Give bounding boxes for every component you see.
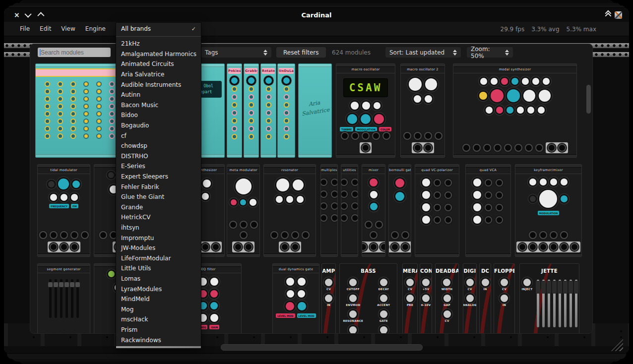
- brand-option[interactable]: MindMeld: [116, 294, 201, 304]
- brand-option[interactable]: chowdsp: [116, 141, 201, 151]
- brand-option[interactable]: Bidoo: [116, 110, 201, 121]
- knob[interactable]: [506, 107, 513, 114]
- knob[interactable]: [491, 78, 498, 85]
- knob[interactable]: [425, 78, 437, 90]
- zoom-select[interactable]: Zoom: 50%: [467, 47, 513, 58]
- knob[interactable]: [501, 295, 508, 302]
- module-card-dc[interactable]: DCIN: [479, 263, 491, 334]
- brand-option[interactable]: HetrickCV: [116, 212, 201, 223]
- knob[interactable]: [380, 326, 387, 334]
- knob[interactable]: [443, 279, 450, 286]
- brand-option[interactable]: Mog: [116, 304, 201, 314]
- knob[interactable]: [370, 203, 378, 210]
- slider[interactable]: [49, 279, 52, 318]
- knob[interactable]: [532, 78, 539, 85]
- module-card-macro-oscillator[interactable]: macro oscillatorCSAWTIMBREMODULATIONCOLO…: [336, 63, 395, 158]
- knob[interactable]: [486, 107, 493, 114]
- knob[interactable]: [517, 107, 524, 114]
- slider[interactable]: [575, 280, 577, 327]
- knob[interactable]: [527, 107, 534, 114]
- knob[interactable]: [529, 179, 536, 185]
- slider[interactable]: [570, 280, 572, 327]
- slider[interactable]: [76, 279, 79, 318]
- knob[interactable]: [286, 302, 294, 310]
- brand-option[interactable]: Glue the Giant: [116, 192, 201, 202]
- knob[interactable]: [473, 191, 481, 199]
- knob[interactable]: [480, 78, 487, 85]
- brand-option[interactable]: 21kHz: [116, 39, 201, 49]
- knob[interactable]: [374, 102, 380, 109]
- knob[interactable]: [347, 114, 357, 124]
- knob[interactable]: [374, 114, 384, 124]
- slider[interactable]: [559, 280, 561, 327]
- knob[interactable]: [202, 193, 209, 200]
- module-card-tidal-modulator[interactable]: tidal modulatorFREQUENCYFM: [37, 164, 90, 257]
- knob[interactable]: [422, 179, 430, 186]
- brand-option[interactable]: Aria Salvatrice: [116, 69, 201, 80]
- module-card-modal-synthesizer[interactable]: modal synthesizer: [453, 63, 577, 158]
- knob[interactable]: [50, 194, 57, 201]
- brand-option[interactable]: JW-Modules: [116, 243, 201, 253]
- module-card-bass[interactable]: BASSCUTOFFDECAYENVMODACCENTRESONANCEGATE…: [339, 263, 397, 334]
- knob[interactable]: [422, 203, 430, 211]
- brand-option[interactable]: Animated Circuits: [116, 59, 201, 69]
- module-card-mixer[interactable]: mixer: [362, 164, 385, 257]
- knob[interactable]: [108, 172, 114, 178]
- brand-option[interactable]: Little Utils: [116, 263, 201, 274]
- knob[interactable]: [210, 314, 218, 322]
- slider[interactable]: [537, 280, 539, 327]
- knob[interactable]: [370, 179, 378, 186]
- module-card-flopper[interactable]: FLOPPERCVIN: [494, 263, 515, 334]
- knob[interactable]: [550, 179, 557, 185]
- module-card-bernoulli-gate[interactable]: bernoulli gate: [388, 164, 411, 257]
- knob[interactable]: [395, 179, 404, 187]
- module-card-segment-generator[interactable]: segment generator: [37, 263, 90, 334]
- reset-filters-button[interactable]: Reset filters: [276, 47, 326, 58]
- module-card-undular[interactable]: UnDuLaR: [277, 63, 295, 158]
- menu-item-edit[interactable]: Edit: [35, 25, 56, 32]
- module-card-quad-vc-polarizer[interactable]: quad VC-polarizer: [415, 164, 459, 257]
- knob[interactable]: [71, 194, 78, 201]
- knob[interactable]: [325, 295, 332, 302]
- knob[interactable]: [210, 290, 218, 298]
- brand-option[interactable]: DISTRHO: [116, 151, 201, 162]
- brand-option[interactable]: Fehler Fabrik: [116, 182, 201, 192]
- slider[interactable]: [553, 280, 556, 327]
- knob[interactable]: [380, 295, 387, 302]
- brand-option[interactable]: LifeFormModular: [116, 253, 201, 263]
- module-card-conv[interactable]: CONV+5V0-10V: [420, 263, 432, 334]
- knob[interactable]: [362, 102, 370, 110]
- module-card-digi[interactable]: DIGICVANALOG: [463, 263, 477, 334]
- knob[interactable]: [523, 90, 535, 102]
- knob[interactable]: [286, 196, 293, 203]
- slider[interactable]: [71, 279, 73, 318]
- knob[interactable]: [530, 196, 536, 202]
- knob[interactable]: [511, 78, 518, 85]
- knob[interactable]: [48, 181, 55, 187]
- slider[interactable]: [60, 279, 63, 318]
- knob[interactable]: [349, 295, 357, 302]
- slider[interactable]: [548, 280, 550, 327]
- module-card-deadband[interactable]: DEADBANDWIDTHGAPCV: [435, 263, 459, 334]
- brand-option[interactable]: ihtsyn: [116, 223, 201, 233]
- brand-option[interactable]: Prism: [116, 325, 201, 335]
- knob[interactable]: [409, 78, 422, 91]
- knob[interactable]: [293, 180, 304, 190]
- module-card-dual-dynamics-gate[interactable]: dual dynamics gateLEVEL MODLEVEL MOD: [272, 263, 319, 334]
- knob[interactable]: [298, 302, 306, 310]
- brand-option[interactable]: Impromptu: [116, 233, 201, 243]
- knob[interactable]: [473, 203, 481, 211]
- knob[interactable]: [395, 192, 404, 201]
- knob[interactable]: [276, 179, 289, 191]
- module-card-keyframer-mixer[interactable]: keyframer/mixerMODULATION: [515, 164, 582, 257]
- sort-select[interactable]: Sort: Last updated: [385, 47, 461, 58]
- brand-option[interactable]: Bacon Music: [116, 100, 201, 111]
- module-card-amp[interactable]: AMPCVIN: [321, 263, 336, 334]
- knob[interactable]: [538, 107, 545, 114]
- brand-option[interactable]: Bogaudio: [116, 121, 201, 131]
- knob[interactable]: [58, 179, 69, 189]
- knob[interactable]: [422, 295, 430, 302]
- knob[interactable]: [236, 179, 252, 194]
- knob[interactable]: [507, 89, 520, 102]
- menu-item-file[interactable]: File: [15, 25, 35, 32]
